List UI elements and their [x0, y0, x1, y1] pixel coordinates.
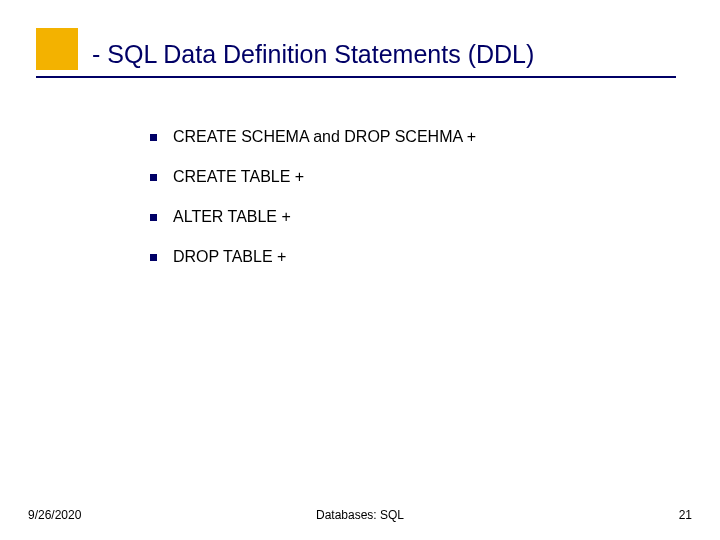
list-item: ALTER TABLE + [150, 208, 660, 226]
list-item: CREATE TABLE + [150, 168, 660, 186]
list-item-text: CREATE TABLE + [173, 168, 304, 186]
accent-square-icon [36, 28, 78, 70]
list-item: CREATE SCHEMA and DROP SCEHMA + [150, 128, 660, 146]
square-bullet-icon [150, 174, 157, 181]
list-item-text: CREATE SCHEMA and DROP SCEHMA + [173, 128, 476, 146]
slide-title: - SQL Data Definition Statements (DDL) [92, 40, 534, 69]
square-bullet-icon [150, 134, 157, 141]
bullet-list: CREATE SCHEMA and DROP SCEHMA + CREATE T… [150, 128, 660, 288]
list-item-text: ALTER TABLE + [173, 208, 291, 226]
square-bullet-icon [150, 254, 157, 261]
list-item-text: DROP TABLE + [173, 248, 286, 266]
slide: - SQL Data Definition Statements (DDL) C… [0, 0, 720, 540]
square-bullet-icon [150, 214, 157, 221]
title-underline [36, 76, 676, 78]
footer-page-number: 21 [679, 508, 692, 522]
list-item: DROP TABLE + [150, 248, 660, 266]
footer-center: Databases: SQL [0, 508, 720, 522]
